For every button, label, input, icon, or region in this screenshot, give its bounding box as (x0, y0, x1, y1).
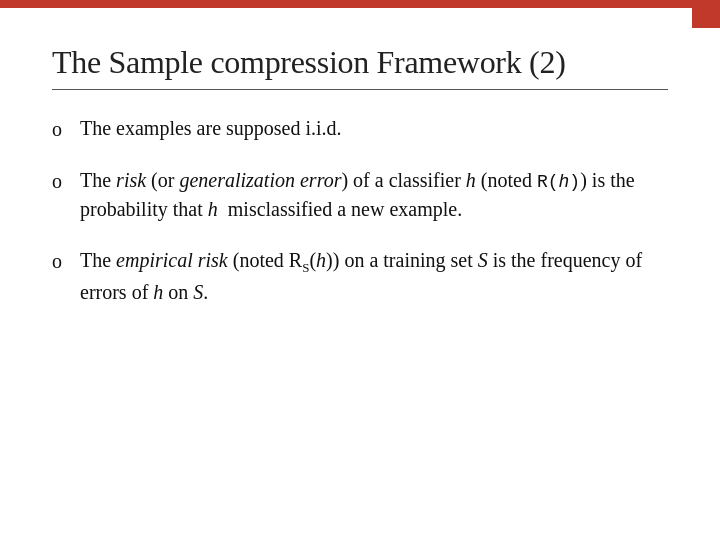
bullet-item-1: o The examples are supposed i.i.d. (52, 114, 668, 144)
bullet-item-3: o The empirical risk (noted RS(h)) on a … (52, 246, 668, 307)
top-bar (0, 0, 720, 8)
bullet-marker-3: o (52, 246, 80, 276)
text-h-2: h (208, 198, 218, 220)
text-h-1: h (466, 169, 476, 191)
bullet-marker-1: o (52, 114, 80, 144)
subscript-s: S (302, 260, 309, 275)
text-generalization-error: generalization error (179, 169, 341, 191)
bullet-text-2: The risk (or generalization error) of a … (80, 166, 668, 224)
text-empirical-risk: empirical risk (116, 249, 228, 271)
text-s-2: S (193, 281, 203, 303)
text-risk: risk (116, 169, 146, 191)
bullet-item-2: o The risk (or generalization error) of … (52, 166, 668, 224)
title-divider (52, 89, 668, 90)
bullet-text-1: The examples are supposed i.i.d. (80, 114, 668, 143)
text-rh: R(h) (537, 172, 580, 192)
text-h-3: h (316, 249, 326, 271)
text-h-4: h (153, 281, 163, 303)
slide-title: The Sample compression Framework (2) (52, 44, 668, 81)
bullet-marker-2: o (52, 166, 80, 196)
text-s-1: S (478, 249, 488, 271)
bullet-list: o The examples are supposed i.i.d. o The… (52, 114, 668, 307)
bullet-text-3: The empirical risk (noted RS(h)) on a tr… (80, 246, 668, 307)
slide-content: The Sample compression Framework (2) o T… (0, 8, 720, 540)
